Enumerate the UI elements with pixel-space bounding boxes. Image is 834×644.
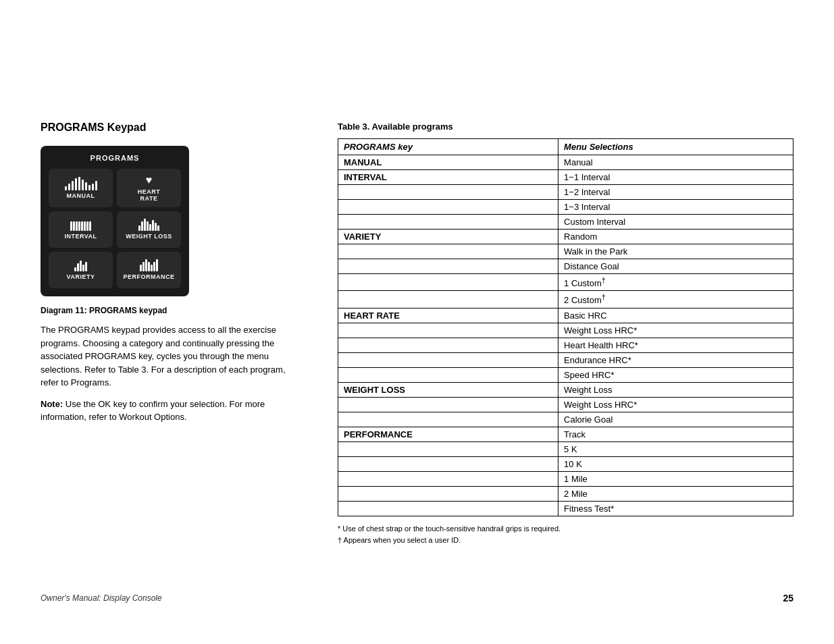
- menu-selection-cell: Distance Goal: [558, 259, 793, 274]
- menu-selection-cell: 2 Custom†: [558, 291, 793, 308]
- diagram-caption: Diagram 11: PROGRAMS keypad: [41, 306, 297, 315]
- table-row: INTERVAL1−1 Interval: [338, 170, 793, 185]
- menu-selection-cell: Basic HRC: [558, 308, 793, 323]
- programs-key-cell: PERFORMANCE: [338, 427, 558, 441]
- keypad-btn-heart-rate-label: HEARTRATE: [138, 188, 161, 202]
- keypad-btn-manual-label: MANUAL: [67, 192, 95, 199]
- bars-manual-icon: [65, 177, 97, 190]
- keypad-btn-variety-label: VARIETY: [67, 273, 95, 280]
- keypad-btn-manual[interactable]: MANUAL: [49, 169, 113, 207]
- programs-key-cell: [338, 486, 558, 501]
- table-row: 2 Mile: [338, 486, 793, 501]
- programs-key-cell: [338, 200, 558, 215]
- footnotes: * Use of chest strap or the touch-sensit…: [338, 523, 793, 547]
- programs-key-cell: [338, 338, 558, 352]
- table-row: MANUALManual: [338, 155, 793, 170]
- programs-key-cell: [338, 185, 558, 200]
- programs-key-cell: [338, 244, 558, 259]
- table-row: 1 Custom†: [338, 274, 793, 291]
- note-content: Use the OK key to confirm your selection…: [41, 399, 265, 423]
- bars-variety-icon: [74, 261, 87, 271]
- right-column: Table 3. Available programs PROGRAMS key…: [338, 122, 793, 547]
- programs-key-cell: [338, 412, 558, 427]
- bars-weightloss-icon: [138, 220, 159, 231]
- programs-key-cell: MANUAL: [338, 155, 558, 170]
- keypad-btn-heart-rate[interactable]: ♥ HEARTRATE: [117, 169, 181, 207]
- programs-key-cell: INTERVAL: [338, 170, 558, 185]
- programs-key-cell: [338, 501, 558, 516]
- keypad-btn-performance[interactable]: PERFORMANCE: [117, 252, 181, 288]
- programs-key-cell: [338, 441, 558, 456]
- menu-selection-cell: Manual: [558, 155, 793, 170]
- menu-selection-cell: Walk in the Park: [558, 244, 793, 259]
- table-row: Distance Goal: [338, 259, 793, 274]
- table-row: PERFORMANCETrack: [338, 427, 793, 441]
- table-row: HEART RATEBasic HRC: [338, 308, 793, 323]
- menu-selection-cell: Endurance HRC*: [558, 352, 793, 367]
- table-row: 10 K: [338, 456, 793, 471]
- menu-selection-cell: Weight Loss: [558, 382, 793, 397]
- menu-selection-cell: Calorie Goal: [558, 412, 793, 427]
- table-row: 5 K: [338, 441, 793, 456]
- menu-selection-cell: Random: [558, 230, 793, 244]
- menu-selection-cell: 5 K: [558, 441, 793, 456]
- programs-table: PROGRAMS key Menu Selections MANUALManua…: [338, 138, 793, 516]
- table-row: Endurance HRC*: [338, 352, 793, 367]
- menu-selection-cell: Speed HRC*: [558, 367, 793, 382]
- keypad-btn-interval[interactable]: INTERVAL: [49, 211, 113, 248]
- page-footer: Owner's Manual: Display Console 25: [41, 593, 793, 603]
- programs-key-cell: [338, 291, 558, 308]
- menu-selection-cell: 1−2 Interval: [558, 185, 793, 200]
- programs-key-cell: [338, 397, 558, 412]
- table-row: Heart Health HRC*: [338, 338, 793, 352]
- bars-interval-icon: [70, 220, 91, 231]
- table-row: 2 Custom†: [338, 291, 793, 308]
- table-row: Custom Interval: [338, 215, 793, 230]
- menu-selection-cell: 1−1 Interval: [558, 170, 793, 185]
- table-row: 1 Mile: [338, 471, 793, 486]
- table-row: Weight Loss HRC*: [338, 323, 793, 338]
- keypad-btn-weight-loss-label: WEIGHT LOSS: [126, 233, 172, 240]
- body-text: The PROGRAMS keypad provides access to a…: [41, 323, 297, 390]
- keypad-diagram: PROGRAMS: [41, 146, 189, 296]
- programs-key-cell: [338, 367, 558, 382]
- menu-selection-cell: Custom Interval: [558, 215, 793, 230]
- menu-selection-cell: 10 K: [558, 456, 793, 471]
- programs-key-cell: [338, 323, 558, 338]
- table-heading: Table 3. Available programs: [338, 122, 793, 132]
- table-row: 1−2 Interval: [338, 185, 793, 200]
- menu-selection-cell: 2 Mile: [558, 486, 793, 501]
- programs-key-cell: [338, 259, 558, 274]
- keypad-btn-interval-label: INTERVAL: [64, 233, 97, 240]
- menu-selection-cell: Heart Health HRC*: [558, 338, 793, 352]
- heart-icon: ♥: [146, 174, 153, 186]
- table-row: WEIGHT LOSSWeight Loss: [338, 382, 793, 397]
- left-column: PROGRAMS Keypad PROGRAMS: [41, 122, 297, 547]
- menu-selection-cell: Track: [558, 427, 793, 441]
- menu-selection-cell: 1 Mile: [558, 471, 793, 486]
- keypad-btn-weight-loss[interactable]: WEIGHT LOSS: [117, 211, 181, 248]
- menu-selection-cell: 1 Custom†: [558, 274, 793, 291]
- keypad-btn-variety[interactable]: VARIETY: [49, 252, 113, 288]
- table-row: Weight Loss HRC*: [338, 397, 793, 412]
- keypad-grid: MANUAL ♥ HEARTRATE: [49, 169, 181, 288]
- keypad-title: PROGRAMS: [49, 154, 181, 162]
- programs-key-cell: [338, 471, 558, 486]
- keypad-btn-performance-label: PERFORMANCE: [123, 273, 174, 280]
- programs-key-cell: [338, 352, 558, 367]
- menu-selection-cell: Weight Loss HRC*: [558, 323, 793, 338]
- footer-left: Owner's Manual: Display Console: [41, 593, 162, 603]
- col-header-menu-selections: Menu Selections: [558, 139, 793, 155]
- table-row: Speed HRC*: [338, 367, 793, 382]
- table-row: Calorie Goal: [338, 412, 793, 427]
- table-row: Fitness Test*: [338, 501, 793, 516]
- footnote-1: * Use of chest strap or the touch-sensit…: [338, 523, 793, 535]
- programs-key-cell: [338, 215, 558, 230]
- note-label: Note:: [41, 399, 63, 409]
- note-text: Note: Use the OK key to confirm your sel…: [41, 398, 297, 424]
- col-header-programs-key: PROGRAMS key: [338, 139, 558, 155]
- menu-selection-cell: Weight Loss HRC*: [558, 397, 793, 412]
- bars-perf-icon: [140, 261, 158, 271]
- programs-key-cell: VARIETY: [338, 230, 558, 244]
- menu-selection-cell: 1−3 Interval: [558, 200, 793, 215]
